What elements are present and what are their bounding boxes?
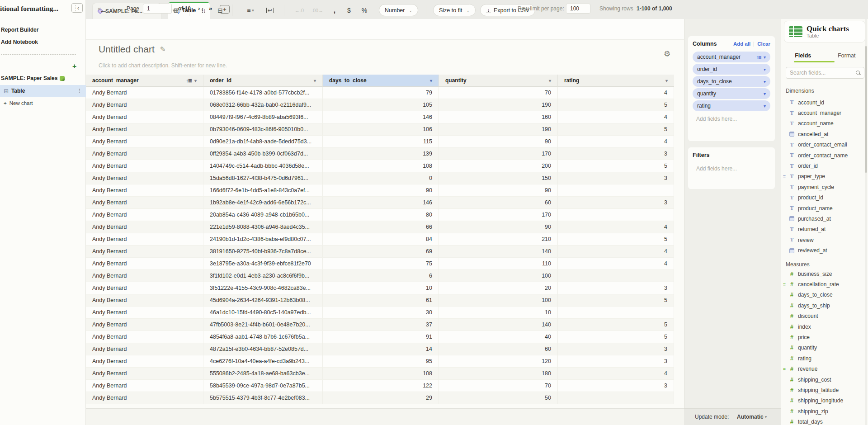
column-header-order-id[interactable]: order_id ▾ — [203, 75, 323, 87]
column-header-quantity[interactable]: quantity ▾ — [439, 75, 558, 87]
chart-title[interactable]: Untitled chart ✎ — [99, 44, 165, 55]
measure-field-item[interactable]: #quantity — [781, 343, 868, 353]
chevron-down-icon[interactable]: ▾ — [314, 78, 316, 83]
dimension-field-item[interactable]: Tproduct_name — [781, 203, 868, 213]
column-chip[interactable]: days_to_close▾ — [693, 76, 770, 87]
table-row[interactable]: Andy Bernard38191650-9275-40bf-b936-7c8a… — [86, 246, 674, 258]
number-format-dropdown[interactable]: Number⌄ — [379, 4, 418, 16]
table-row[interactable]: Andy Bernard4854f6a8-aab1-4748-b7b6-1c67… — [86, 331, 674, 343]
chevron-down-icon[interactable]: ▾ — [665, 78, 668, 83]
chart-description-placeholder[interactable]: Click to add chart description. Shift-en… — [99, 62, 227, 69]
dimension-field-item[interactable]: reviewed_at — [781, 245, 868, 255]
dimension-field-item[interactable]: Treview — [781, 235, 868, 245]
table-row[interactable]: Andy Bernard46a1dc10-15fd-4490-80c5-140a… — [86, 307, 674, 319]
last-page-button[interactable]: » — [209, 5, 212, 12]
table-row[interactable]: Andy Bernard47fb5003-8e21-4f4b-b601-0e48… — [86, 319, 674, 331]
currency-format-button[interactable]: $ — [344, 0, 354, 21]
chevron-down-icon[interactable]: ▾ — [430, 78, 432, 83]
table-row[interactable]: Andy Bernard068e0312-66bb-432a-bab0-e211… — [86, 99, 674, 111]
table-row[interactable]: Andy Bernard555086b2-2485-4a18-ae68-ba63… — [86, 368, 674, 380]
table-row[interactable]: Andy Bernard24190b1d-1d2c-4386-baba-ef9d… — [86, 233, 674, 246]
sidebar-item-add-notebook[interactable]: Add Notebook — [1, 39, 38, 45]
columns-add-fields-placeholder[interactable]: Add fields here... — [693, 116, 770, 122]
dimension-field-item[interactable]: Torder_contact_name — [781, 150, 868, 161]
edit-pencil-icon[interactable]: ✎ — [160, 45, 166, 53]
table-row[interactable]: Andy Bernard01783856-f14e-4178-a0bd-577c… — [86, 87, 674, 99]
table-row[interactable]: Andy Bernard4ce6276f-10a4-40ea-a4fe-cd3a… — [86, 355, 674, 368]
measure-field-item[interactable]: =#cancellation_rate — [781, 279, 868, 289]
table-row[interactable]: Andy Bernard084497f9-f967-4c69-8b89-aba5… — [86, 111, 674, 123]
dimension-field-item[interactable]: Tpayment_cycle — [781, 182, 868, 192]
table-row[interactable]: Andy Bernard166d6f72-6e1b-4dd5-a1e8-843c… — [86, 184, 674, 197]
redo-forward-icon[interactable]: → — [116, 6, 124, 15]
thousands-separator-button[interactable]: , — [329, 0, 340, 21]
table-row[interactable]: Andy Bernard45d6904a-2634-4264-9391-12b6… — [86, 294, 674, 307]
measure-field-item[interactable]: #total_days — [781, 416, 868, 425]
search-fields-input[interactable]: Search fields... — [786, 67, 864, 79]
table-row[interactable]: Andy Bernard58b45539-09ce-497a-98d7-0e7a… — [86, 380, 674, 392]
chevron-down-icon[interactable]: ▾ — [764, 55, 766, 60]
chevron-down-icon[interactable]: ▾ — [764, 91, 766, 96]
table-row[interactable]: Andy Bernard3e18795e-a30a-4c3f-9f39-ebfc… — [86, 258, 674, 270]
table-row[interactable]: Andy Bernard15da56d8-1627-4f38-b475-0d6d… — [86, 172, 674, 184]
wrap-text-button[interactable]: ↩ — [263, 0, 277, 21]
table-row[interactable]: Andy Bernard20ab854a-c436-4089-a948-cb1b… — [86, 209, 674, 221]
measure-field-item[interactable]: #business_size — [781, 269, 868, 279]
dimension-field-item[interactable]: purchased_at — [781, 213, 868, 224]
sidebar-item-report-builder[interactable]: Report Builder — [1, 27, 38, 33]
column-header-account-manager[interactable]: account_manager ↑≣ ▾ — [86, 75, 203, 87]
table-row[interactable]: Andy Bernard3f51222e-4155-43c9-908c-4682… — [86, 282, 674, 294]
dimension-field-item[interactable]: =Tpaper_type — [781, 171, 868, 182]
dimension-field-item[interactable]: cancelled_at — [781, 129, 868, 139]
sidebar-item-table[interactable]: ⊞ Table ⋮ — [0, 85, 86, 97]
measure-field-item[interactable]: #shipping_longitude — [781, 396, 868, 406]
dimension-field-item[interactable]: Treturned_at — [781, 224, 868, 235]
measure-field-item[interactable]: #shipping_latitude — [781, 385, 868, 395]
size-to-fit-dropdown[interactable]: Size to fit⌄ — [433, 4, 476, 16]
filters-add-fields-placeholder[interactable]: Add fields here... — [693, 165, 770, 172]
column-chip[interactable]: rating▾ — [693, 100, 770, 111]
clear-link[interactable]: Clear — [757, 41, 770, 47]
dimension-field-item[interactable]: Torder_id — [781, 161, 868, 171]
table-row[interactable]: Andy Bernard4872a15f-e3b0-4634-bb87-52e0… — [86, 343, 674, 355]
measure-field-item[interactable]: #days_to_ship — [781, 300, 868, 311]
column-chip[interactable]: quantity▾ — [693, 88, 770, 99]
collapse-sidebar-button[interactable]: ‹ — [71, 3, 83, 13]
table-row[interactable]: Andy Bernard1404749c-c514-4adb-bbbc-4036… — [86, 160, 674, 172]
add-workspace-button[interactable]: + — [72, 62, 76, 71]
table-row[interactable]: Andy Bernard0d90e21a-db1f-4ab8-aade-5ded… — [86, 136, 674, 148]
dimension-field-item[interactable]: Taccount_manager — [781, 108, 868, 118]
sidebar-item-new-chart[interactable]: + New chart — [4, 100, 33, 106]
percent-format-button[interactable]: % — [359, 0, 370, 21]
chevron-down-icon[interactable]: ▾ — [549, 78, 551, 83]
table-row[interactable]: Andy Bernard5b575515-4379-4b3f-8c77-4e2b… — [86, 392, 674, 404]
measure-field-item[interactable]: #shipping_zip — [781, 406, 868, 416]
dimension-field-item[interactable]: Tproduct_id — [781, 193, 868, 203]
update-mode-dropdown[interactable]: Automatic▾ — [737, 408, 767, 425]
item-menu-icon[interactable]: ⋮ — [77, 88, 82, 94]
column-header-days-to-close[interactable]: days_to_close ▾ — [323, 75, 439, 87]
next-page-button[interactable]: › — [198, 5, 200, 12]
measure-field-item[interactable]: =#revenue — [781, 364, 868, 374]
table-settings-gear-icon[interactable]: ⚙ — [664, 49, 670, 59]
page-number-input[interactable]: 1 — [143, 4, 172, 14]
column-chip[interactable]: account_manager↑≣▾ — [693, 52, 770, 62]
align-text-button[interactable]: ≡▾ — [241, 0, 259, 21]
dimension-field-item[interactable]: Taccount_id — [781, 97, 868, 108]
row-limit-input[interactable]: 100 — [566, 4, 590, 14]
column-chip[interactable]: order_id▾ — [693, 64, 770, 75]
measure-field-item[interactable]: #discount — [781, 311, 868, 321]
previous-page-button[interactable]: ‹ — [112, 5, 114, 12]
dimension-field-item[interactable]: Torder_contact_email — [781, 140, 868, 150]
first-page-button[interactable]: « — [98, 5, 101, 12]
measure-field-item[interactable]: #rating — [781, 353, 868, 364]
chevron-down-icon[interactable]: ▾ — [764, 67, 766, 72]
measure-field-item[interactable]: #index — [781, 321, 868, 332]
panel-scrollbar[interactable] — [865, 19, 867, 425]
workspace-label[interactable]: SAMPLE: Paper Sales — [1, 75, 65, 81]
tab-format[interactable]: Format — [825, 49, 868, 62]
increase-decimal-button[interactable]: .00→ — [309, 0, 326, 21]
manage-columns-button[interactable]: ⊟ — [213, 0, 227, 21]
chevron-down-icon[interactable]: ▾ — [194, 78, 197, 83]
measure-field-item[interactable]: #days_to_close — [781, 290, 868, 300]
